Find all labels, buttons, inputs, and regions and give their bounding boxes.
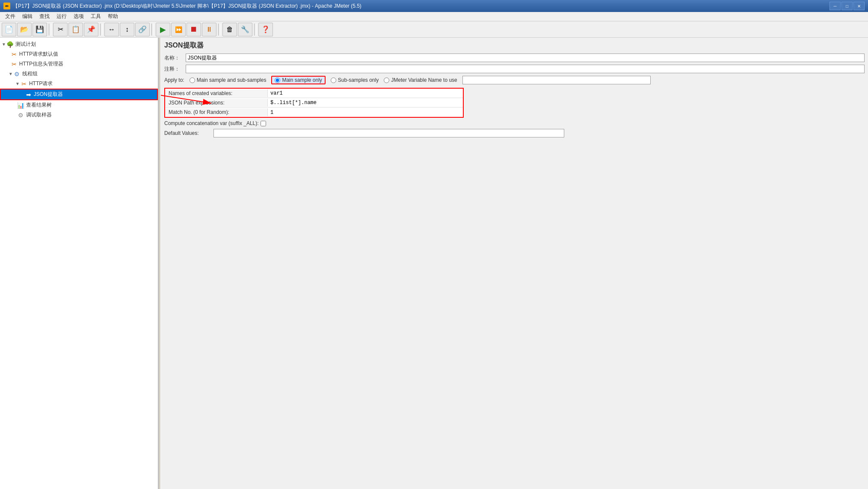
remote-btn[interactable]: 🔗 [135, 23, 150, 36]
start-btn[interactable]: ▶ [156, 23, 170, 36]
sep1 [49, 24, 51, 36]
menu-find[interactable]: 查找 [36, 12, 53, 21]
sep4 [218, 24, 221, 36]
fields-section: Names of created variables: JSON Path ex… [164, 88, 464, 118]
sidebar-item-debug-sampler[interactable]: ⚙ 调试取样器 [0, 110, 158, 120]
concat-row: Compute concatenation var (suffix _ALL): [164, 120, 865, 126]
menu-edit[interactable]: 编辑 [19, 12, 36, 21]
apply-to-label: Apply to: [164, 77, 184, 83]
label-thread-group: 线程组 [22, 70, 38, 78]
radio-jmeter-var-input[interactable] [384, 78, 389, 83]
menu-file[interactable]: 文件 [2, 12, 19, 21]
label-result-tree: 查看结果树 [26, 101, 52, 109]
sidebar-item-http-default[interactable]: ✂ HTTP请求默认值 [0, 49, 158, 59]
radio-sub-only: Sub-samples only [331, 77, 379, 83]
panel-title: JSON提取器 [164, 41, 865, 50]
field-row-variables: Names of created variables: [165, 89, 463, 98]
comment-input[interactable] [186, 65, 865, 73]
maximize-btn[interactable]: □ [841, 2, 853, 10]
arrow-thread-group: ▼ [9, 72, 13, 76]
paste-btn[interactable]: 📌 [84, 23, 98, 36]
label-test-plan: 测试计划 [15, 41, 36, 48]
radio-main-only-group: Main sample only [271, 76, 325, 84]
sidebar-item-json-extractor[interactable]: ➡ JSON提取器 [0, 89, 158, 100]
help-btn[interactable]: ❓ [258, 23, 273, 36]
new-btn[interactable]: 📄 [2, 23, 16, 36]
stop-btn[interactable]: ⏹ [187, 23, 201, 36]
radio-main-sub-input[interactable] [190, 78, 195, 83]
radio-sub-only-input[interactable] [331, 78, 336, 83]
name-input[interactable] [186, 54, 865, 62]
clear-btn[interactable]: 🗑 [222, 23, 237, 36]
shutdown-btn[interactable]: ⏸ [202, 23, 216, 36]
label-http-request: HTTP请求 [29, 80, 53, 87]
arrow-debug-sampler [15, 113, 17, 117]
minimize-btn[interactable]: ─ [829, 2, 841, 10]
arrow-http-request: ▼ [15, 81, 20, 86]
toolbar: 📄 📂 💾 ✂ 📋 📌 ↔ ↕ 🔗 ▶ ⏩ ⏹ ⏸ 🗑 🔧 ❓ [0, 21, 868, 38]
title-bar: ✏ 【P17】JSON提取器 (JSON Extractor) .jmx (D:… [0, 0, 868, 12]
field-key-matchno: Match No. (0 for Random): [165, 108, 268, 116]
field-input-variables[interactable] [270, 90, 460, 96]
sidebar: ▼ 🌳 测试计划 ✂ HTTP请求默认值 ✂ HTTP信息头管理器 ▼ ⚙ 线程… [0, 38, 158, 489]
menu-run[interactable]: 运行 [53, 12, 70, 21]
comment-row: 注释： [164, 65, 865, 73]
radio-main-and-sub: Main sample and sub-samples [190, 77, 267, 83]
field-row-jsonpath: JSON Path expressions: [165, 98, 463, 107]
field-row-matchno: Match No. (0 for Random): [165, 107, 463, 117]
default-input[interactable] [213, 129, 564, 137]
expand-btn[interactable]: ↔ [104, 23, 119, 36]
icon-thread-group: ⚙ [14, 71, 21, 78]
label-http-headers: HTTP信息头管理器 [19, 60, 63, 68]
name-label: 名称： [164, 54, 186, 62]
arrow-result-tree [15, 103, 17, 107]
arrow-test-plan: ▼ [2, 42, 6, 47]
cut-btn[interactable]: ✂ [53, 23, 68, 36]
menu-help[interactable]: 帮助 [104, 12, 121, 21]
icon-result-tree: 📊 [18, 102, 24, 109]
icon-http-headers: ✂ [11, 61, 18, 68]
field-val-variables [268, 89, 463, 97]
save-btn[interactable]: 💾 [33, 23, 47, 36]
sidebar-item-thread-group[interactable]: ▼ ⚙ 线程组 [0, 69, 158, 79]
radio-jmeter-var-label[interactable]: JMeter Variable Name to use [391, 77, 457, 83]
menu-tools[interactable]: 工具 [87, 12, 104, 21]
arrow-http-headers [9, 62, 10, 66]
sep5 [254, 24, 257, 36]
main-layout: ▼ 🌳 测试计划 ✂ HTTP请求默认值 ✂ HTTP信息头管理器 ▼ ⚙ 线程… [0, 38, 868, 489]
func-btn[interactable]: 🔧 [238, 23, 252, 36]
arrow-http-default [9, 52, 10, 57]
concat-label: Compute concatenation var (suffix _ALL): [164, 120, 259, 126]
field-input-jsonpath[interactable] [270, 100, 460, 106]
field-val-matchno [268, 108, 463, 116]
start-no-btn[interactable]: ⏩ [171, 23, 186, 36]
sidebar-item-http-request[interactable]: ▼ ✂ HTTP请求 [0, 79, 158, 89]
copy-btn[interactable]: 📋 [68, 23, 83, 36]
sep2 [100, 24, 103, 36]
label-http-default: HTTP请求默认值 [19, 51, 58, 58]
label-debug-sampler: 调试取样器 [26, 111, 52, 119]
field-key-jsonpath: JSON Path expressions: [165, 99, 268, 107]
radio-main-sub-label[interactable]: Main sample and sub-samples [197, 77, 267, 83]
radio-main-only-label[interactable]: Main sample only [282, 77, 322, 83]
radio-sub-only-label[interactable]: Sub-samples only [338, 77, 379, 83]
concat-checkbox[interactable] [261, 121, 266, 126]
sidebar-item-result-tree[interactable]: 📊 查看结果树 [0, 100, 158, 110]
arrow-json-extractor [23, 92, 24, 97]
radio-main-only-input[interactable] [275, 78, 280, 83]
icon-http-default: ✂ [11, 51, 18, 58]
open-btn[interactable]: 📂 [17, 23, 32, 36]
jmeter-var-field[interactable] [462, 76, 651, 84]
menu-options[interactable]: 选项 [70, 12, 87, 21]
name-row: 名称： [164, 54, 865, 62]
window-controls: ─ □ ✕ [829, 2, 865, 10]
sidebar-item-http-headers[interactable]: ✂ HTTP信息头管理器 [0, 59, 158, 69]
field-key-variables: Names of created variables: [165, 89, 268, 97]
collapse-btn[interactable]: ↕ [120, 23, 134, 36]
sep3 [151, 24, 154, 36]
apply-to-row: Apply to: Main sample and sub-samples Ma… [164, 76, 865, 84]
close-btn[interactable]: ✕ [853, 2, 865, 10]
field-input-matchno[interactable] [270, 110, 460, 116]
field-val-jsonpath [268, 98, 463, 107]
sidebar-item-test-plan[interactable]: ▼ 🌳 测试计划 [0, 39, 158, 49]
